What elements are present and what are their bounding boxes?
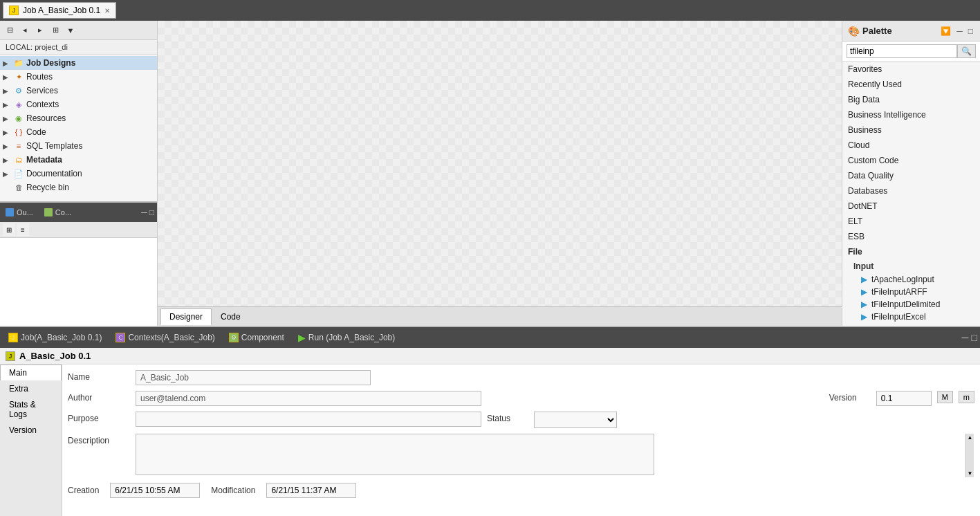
palette-category-big-data[interactable]: Big Data	[842, 92, 980, 107]
palette-category-databases[interactable]: Databases	[842, 183, 980, 199]
tree-item-sql[interactable]: ▶ ≡ SQL Templates	[0, 139, 157, 153]
version-m-button[interactable]: M	[937, 391, 953, 403]
forward-button[interactable]: ▸	[33, 24, 47, 37]
tree-label-code: Code	[26, 127, 46, 137]
palette-category-business[interactable]: Business	[842, 122, 980, 138]
services-icon: ⚙	[13, 85, 24, 96]
description-scroll-down[interactable]: ▼	[968, 470, 973, 477]
bottom-component-icon: ⚙	[229, 333, 239, 342]
tree-label-documentation: Documentation	[26, 169, 82, 178]
bottom-maximize-button[interactable]: □	[972, 332, 977, 343]
component-tab[interactable]: Co...	[39, 203, 77, 222]
author-value-container	[136, 391, 824, 406]
dropdown-button[interactable]: ▼	[64, 24, 77, 37]
palette-category-favorites[interactable]: Favorites	[842, 62, 980, 77]
job-tab-close[interactable]: ✕	[104, 7, 110, 15]
designer-tab[interactable]: Designer	[160, 308, 212, 325]
palette-category-data-quality[interactable]: Data Quality	[842, 168, 980, 183]
palette-item-tfileinputarff[interactable]: ▶ tFileInputARFF	[842, 286, 980, 298]
palette-maximize-button[interactable]: □	[967, 25, 974, 37]
left-bottom-tool-btn-1[interactable]: ⊞	[3, 223, 15, 236]
view-button[interactable]: ⊞	[48, 24, 62, 37]
left-bottom-tool-btn-2[interactable]: ≡	[17, 223, 29, 236]
sub-tab-stats[interactable]: Stats & Logs	[0, 396, 62, 422]
job-tab-icon: J	[9, 6, 19, 15]
sub-tab-main[interactable]: Main	[0, 365, 62, 380]
bottom-tab-contexts[interactable]: C Contexts(A_Basic_Job)	[110, 331, 220, 344]
sub-tab-extra[interactable]: Extra	[0, 380, 62, 396]
name-input[interactable]	[136, 370, 371, 385]
tab-bar: J Job A_Basic_Job 0.1 ✕	[0, 0, 980, 21]
palette-item-tfileinputdelimited[interactable]: ▶ tFileInputDelimited	[842, 298, 980, 311]
tree-item-contexts[interactable]: ▶ ◈ Contexts	[0, 98, 157, 111]
documentation-icon: 📄	[13, 168, 24, 179]
author-label: Author	[68, 391, 130, 403]
palette-item-tfileinputexcel[interactable]: ▶ tFileInputExcel	[842, 311, 980, 323]
sub-tab-version[interactable]: Version	[0, 422, 62, 438]
tree-item-job-designs[interactable]: ▶ 📁 Job Designs	[0, 56, 157, 70]
palette-category-dotnet[interactable]: DotNET	[842, 199, 980, 214]
code-tab[interactable]: Code	[212, 308, 250, 325]
tree-label-sql: SQL Templates	[26, 141, 82, 151]
bottom-panel-controls: ─ □	[962, 332, 977, 343]
palette-databases-label: Databases	[848, 186, 887, 196]
job-tab-label: Job A_Basic_Job 0.1	[23, 6, 100, 15]
tree-item-metadata[interactable]: ▶ 🗂 Metadata	[0, 153, 157, 167]
collapse-all-button[interactable]: ⊟	[3, 24, 17, 37]
outline-tab[interactable]: Ou...	[0, 203, 39, 222]
palette-subcategory-input[interactable]: Input	[842, 259, 980, 273]
status-select[interactable]	[534, 412, 617, 428]
description-scroll-up[interactable]: ▲	[968, 434, 973, 441]
tree-item-code[interactable]: ▶ { } Code	[0, 125, 157, 139]
tree-item-routes[interactable]: ▶ ✦ Routes	[0, 70, 157, 84]
tree-label-routes: Routes	[26, 72, 53, 82]
palette-item-tapachelog[interactable]: ▶ tApacheLogInput	[842, 273, 980, 286]
creation-input[interactable]	[110, 483, 200, 498]
props-title: A_Basic_Job 0.1	[19, 351, 91, 361]
palette-category-cloud[interactable]: Cloud	[842, 138, 980, 153]
author-input[interactable]	[136, 391, 481, 406]
version-input[interactable]	[876, 391, 932, 406]
bottom-tab-bar: J Job(A_Basic_Job 0.1) C Contexts(A_Basi…	[0, 327, 980, 348]
palette-panel: 🎨 Palette 🔽 ─ □ 🔍 Favorites Recently Use…	[842, 21, 980, 326]
modification-input[interactable]	[266, 483, 356, 498]
palette-search-input[interactable]	[847, 44, 957, 58]
purpose-input[interactable]	[136, 412, 481, 427]
modification-label: Modification	[211, 486, 255, 495]
palette-business-label: Business	[848, 125, 882, 135]
back-button[interactable]: ◂	[18, 24, 32, 37]
palette-recently-used-label: Recently Used	[848, 80, 902, 89]
tree-item-services[interactable]: ▶ ⚙ Services	[0, 84, 157, 98]
left-bottom-maximize-button[interactable]: □	[149, 208, 154, 217]
description-row: Description ▲ ▼	[68, 434, 974, 477]
palette-minimize-button[interactable]: ─	[955, 25, 964, 37]
palette-category-custom-code[interactable]: Custom Code	[842, 153, 980, 168]
palette-search-button[interactable]: 🔍	[957, 44, 976, 58]
canvas-main[interactable]	[158, 21, 842, 306]
bottom-tab-job[interactable]: J Job(A_Basic_Job 0.1)	[3, 331, 107, 344]
palette-category-elt[interactable]: ELT	[842, 214, 980, 229]
palette-category-recently-used[interactable]: Recently Used	[842, 77, 980, 92]
tree-label-resources: Resources	[26, 113, 66, 123]
expand-arrow-documentation: ▶	[3, 170, 11, 178]
bottom-tab-run[interactable]: ▶ Run (Job A_Basic_Job)	[293, 331, 400, 344]
job-tab[interactable]: J Job A_Basic_Job 0.1 ✕	[3, 2, 116, 19]
bottom-tab-component[interactable]: ⚙ Component	[223, 331, 290, 344]
tree-item-recycle-bin[interactable]: ▶ 🗑 Recycle bin	[0, 181, 157, 194]
description-textarea[interactable]	[136, 434, 654, 475]
palette-elt-label: ELT	[848, 216, 862, 226]
palette-category-business-intelligence[interactable]: Business Intelligence	[842, 107, 980, 122]
tree-item-documentation[interactable]: ▶ 📄 Documentation	[0, 167, 157, 181]
left-bottom-minimize-button[interactable]: ─	[141, 208, 147, 217]
palette-item-tfileinputdelimited-label: tFileInputDelimited	[871, 300, 940, 309]
tree-label-recycle-bin: Recycle bin	[26, 183, 69, 192]
palette-dotnet-label: DotNET	[848, 201, 878, 211]
tree-item-resources[interactable]: ▶ ◉ Resources	[0, 111, 157, 125]
palette-filter-button[interactable]: 🔽	[939, 25, 952, 37]
palette-list: Favorites Recently Used Big Data Busines…	[842, 62, 980, 326]
palette-category-file[interactable]: File	[842, 244, 980, 259]
outline-tab-icon	[6, 208, 14, 216]
bottom-minimize-button[interactable]: ─	[962, 332, 969, 343]
version-s-button[interactable]: m	[959, 391, 974, 403]
palette-category-esb[interactable]: ESB	[842, 229, 980, 244]
